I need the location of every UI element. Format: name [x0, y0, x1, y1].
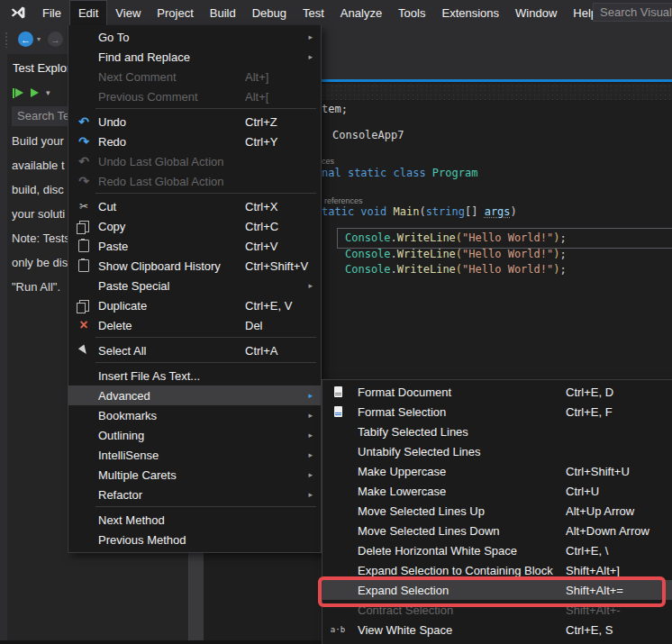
menubar-item-debug[interactable]: Debug: [244, 0, 295, 25]
menu-item-undo-last-global-action: ↶Undo Last Global Action: [68, 151, 321, 171]
menubar-item-test[interactable]: Test: [295, 0, 332, 25]
menu-item-shortcut: Ctrl+V: [245, 240, 277, 253]
menu-item-refactor[interactable]: Refactor▸: [68, 485, 321, 504]
menu-item-label: Go To: [98, 31, 129, 44]
menu-item-shortcut: Ctrl+E, V: [245, 299, 292, 313]
menu-item-redo[interactable]: ↷RedoCtrl+Y: [68, 132, 321, 151]
menu-item-find-and-replace[interactable]: Find and Replace▸: [68, 47, 321, 67]
redo-last-global-action-icon: ↷: [75, 171, 93, 191]
submenu-arrow-icon: ▸: [308, 32, 313, 41]
code-line: nal static class Program: [322, 166, 477, 181]
code-line: tatic void Main(string[] args): [322, 204, 517, 220]
undo-icon: ↶: [75, 112, 93, 132]
menu-item-bookmarks[interactable]: Bookmarks▸: [68, 405, 321, 425]
menu-item-label: Cut: [98, 200, 116, 213]
menu-item-shortcut: Ctrl+X: [245, 200, 277, 213]
menu-item-label: Previous Method: [98, 533, 186, 547]
menu-item-move-selected-lines-up[interactable]: Move Selected Lines UpAlt+Up Arrow: [322, 501, 672, 521]
menu-item-label: Move Selected Lines Down: [358, 524, 500, 538]
menu-item-undo[interactable]: ↶UndoCtrl+Z: [68, 112, 321, 132]
menu-item-advanced[interactable]: Advanced▸: [68, 385, 321, 405]
menu-item-multiple-carets[interactable]: Multiple Carets▸: [68, 465, 321, 485]
menu-item-view-white-space[interactable]: a·bView White SpaceCtrl+E, S: [322, 620, 672, 639]
menu-item-label: Paste Special: [98, 279, 170, 293]
menu-item-intellisense[interactable]: IntelliSense▸: [68, 445, 321, 465]
menu-item-label: Move Selected Lines Up: [358, 504, 485, 518]
menu-item-cut[interactable]: ✂CutCtrl+X: [68, 196, 321, 216]
menu-item-label: Select All: [98, 344, 146, 358]
menu-item-paste[interactable]: PasteCtrl+V: [68, 236, 321, 256]
menu-item-untabify-selected-lines[interactable]: Untabify Selected Lines: [322, 441, 672, 461]
paste-icon: [75, 256, 93, 276]
menu-item-select-all[interactable]: Select AllCtrl+A: [68, 340, 321, 360]
menu-item-label: Multiple Carets: [98, 468, 177, 482]
submenu-arrow-icon: ▸: [308, 52, 313, 61]
menu-item-format-selection[interactable]: Format SelectionCtrl+E, F: [322, 402, 672, 422]
submenu-arrow-icon: ▸: [308, 450, 313, 459]
menubar-item-analyze[interactable]: Analyze: [332, 0, 390, 25]
cut-icon: ✂: [75, 196, 93, 216]
code-line: Console.WriteLine("Hello World!");: [345, 247, 567, 262]
menu-item-outlining[interactable]: Outlining▸: [68, 425, 321, 445]
cursor-icon: [75, 340, 93, 360]
menu-item-label: Undo: [98, 115, 126, 129]
edit-menu-dropdown: Go To▸Find and Replace▸Next CommentAlt+]…: [68, 25, 322, 553]
menu-item-label: Delete Horizontal White Space: [358, 544, 517, 558]
menu-item-label: Format Selection: [358, 405, 446, 419]
menu-item-format-document[interactable]: Format DocumentCtrl+E, D: [322, 382, 672, 402]
copy-icon: [75, 295, 93, 315]
menubar-item-file[interactable]: File: [34, 0, 69, 25]
menu-item-label: Show Clipboard History: [98, 259, 221, 273]
menu-item-delete-horizontal-white-space[interactable]: Delete Horizontal White SpaceCtrl+E, \: [322, 540, 672, 560]
menu-item-next-method[interactable]: Next Method: [68, 510, 321, 530]
menu-item-label: Untabify Selected Lines: [358, 445, 481, 458]
doc-icon: [329, 382, 347, 402]
menu-item-label: Make Lowercase: [358, 485, 446, 498]
menu-item-shortcut: Ctrl+E, F: [566, 405, 613, 419]
menu-item-paste-special[interactable]: Paste Special▸: [68, 276, 321, 295]
menu-item-label: Format Document: [358, 385, 451, 399]
navigate-back-caret-icon[interactable]: ▾: [37, 35, 41, 43]
submenu-arrow-icon: ▸: [308, 431, 313, 440]
menu-item-go-to[interactable]: Go To▸: [68, 27, 321, 47]
submenu-arrow-icon: ▸: [308, 281, 313, 290]
redo-icon: ↷: [75, 132, 93, 151]
menu-item-previous-method[interactable]: Previous Method: [68, 530, 321, 549]
menu-item-label: Previous Comment: [98, 90, 198, 104]
menu-item-tabify-selected-lines[interactable]: Tabify Selected Lines: [322, 422, 672, 441]
menubar-item-build[interactable]: Build: [202, 0, 244, 25]
menu-item-copy[interactable]: CopyCtrl+C: [68, 216, 321, 236]
menu-item-show-clipboard-history[interactable]: Show Clipboard HistoryCtrl+Shift+V: [68, 256, 321, 276]
menubar-item-project[interactable]: Project: [149, 0, 201, 25]
menu-item-shortcut: Ctrl+Shift+U: [566, 465, 630, 478]
menubar-item-view[interactable]: View: [107, 0, 149, 25]
menu-item-label: Find and Replace: [98, 50, 190, 64]
navigate-back-button[interactable]: ←: [18, 32, 33, 47]
menu-item-insert-file-as-text[interactable]: Insert File As Text...: [68, 366, 321, 385]
doc-sel-icon: [329, 402, 347, 422]
menu-item-delete[interactable]: ×DeleteDel: [68, 315, 321, 335]
menubar-item-window[interactable]: Window: [507, 0, 565, 25]
menu-item-duplicate[interactable]: DuplicateCtrl+E, V: [68, 295, 321, 315]
search-visual-studio-input[interactable]: Search Visual St: [593, 3, 672, 22]
menu-item-label: Outlining: [98, 429, 144, 442]
menu-item-move-selected-lines-down[interactable]: Move Selected Lines DownAlt+Down Arrow: [322, 521, 672, 540]
menubar-item-tools[interactable]: Tools: [390, 0, 433, 25]
menu-item-label: Insert File As Text...: [98, 369, 200, 383]
menu-item-label: Refactor: [98, 488, 142, 502]
toolbar-grip[interactable]: [5, 32, 8, 48]
menu-item-label: Bookmarks: [98, 409, 157, 422]
menubar-item-edit[interactable]: Edit: [69, 0, 107, 25]
navigate-forward-button[interactable]: →: [48, 32, 63, 47]
menu-item-make-lowercase[interactable]: Make LowercaseCtrl+U: [322, 481, 672, 501]
menu-item-shortcut: Ctrl+E, D: [566, 385, 613, 399]
menubar-item-extensions[interactable]: Extensions: [433, 0, 507, 25]
menu-item-shortcut: Ctrl+U: [566, 485, 599, 498]
menu-item-next-comment: Next CommentAlt+]: [68, 67, 321, 86]
submenu-arrow-icon: ▸: [308, 391, 313, 400]
menu-item-label: Undo Last Global Action: [98, 155, 223, 168]
menu-item-make-uppercase[interactable]: Make UppercaseCtrl+Shift+U: [322, 461, 672, 481]
menu-item-shortcut: Shift+Alt+]: [566, 564, 620, 577]
menu-item-previous-comment: Previous CommentAlt+[: [68, 86, 321, 106]
menu-item-shortcut: Del: [245, 319, 263, 332]
